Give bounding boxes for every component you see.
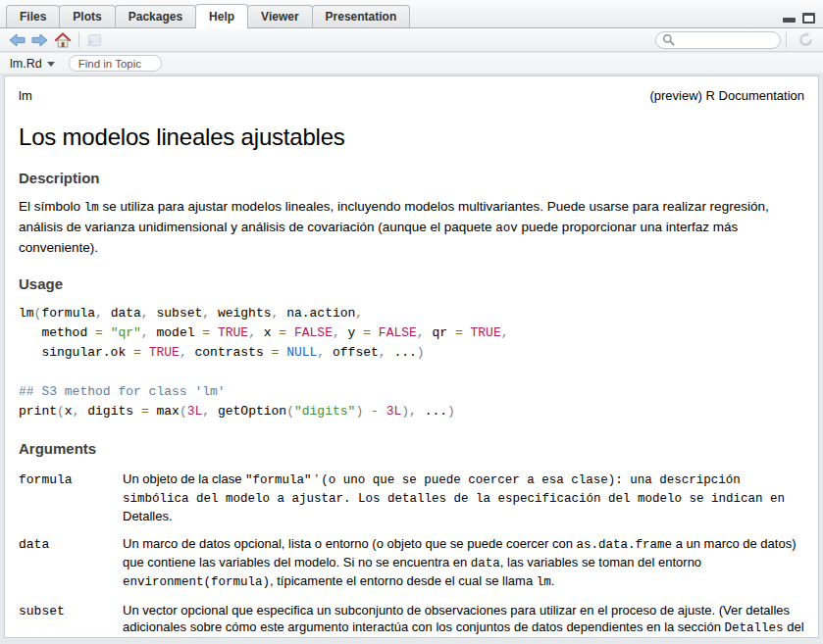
window-buttons [783,13,815,24]
help-search-box [655,31,781,49]
tab-help[interactable]: Help [195,4,248,28]
argument-row: dataUn marco de datos opcional, lista o … [19,535,804,591]
inline-code: Detalles [725,621,784,635]
argument-term: data [19,535,123,591]
argument-description: Un vector opcional que especifica un sub… [123,602,804,638]
tab-viewer[interactable]: Viewer [247,5,312,27]
topic-file-dropdown[interactable]: lm.Rd [10,57,55,71]
refresh-icon[interactable] [797,31,814,48]
arguments-heading: Arguments [19,440,804,458]
text-run: ’ [312,471,322,486]
inline-code: aov [495,222,518,235]
help-toolbar [0,28,823,52]
text-run: Un vector opcional que especifica un sub… [123,603,790,634]
text-run: , típicamente el entorno desde el cual s… [270,573,537,588]
toolbar-separator-2 [786,32,787,48]
find-in-topic-input[interactable] [78,58,152,70]
argument-description: Un objeto de la clase "formula" ’ (o uno… [123,471,804,524]
minimize-icon[interactable] [783,18,796,23]
tab-presentation[interactable]: Presentation [312,5,411,27]
description-paragraph: El símbolo lm se utiliza para ajustar mo… [19,197,804,257]
popout-icon[interactable] [85,32,102,47]
code-line: ## S3 method for class 'lm' [19,382,804,402]
tab-files[interactable]: Files [6,5,60,27]
find-in-topic-box [69,55,162,72]
inline-code: as.data.frame [577,538,673,552]
doc-header-topic: lm [19,88,32,104]
description-heading: Description [19,170,804,187]
text-run: Un marco de datos opcional, lista o ento… [123,536,577,551]
chevron-down-icon [47,62,55,67]
code-line: print(x, digits = max(3L, getOption("dig… [19,402,804,421]
tab-strip: FilesPlotsPackagesHelpViewerPresentation [6,4,409,27]
usage-heading: Usage [19,275,804,293]
inline-code: environment(formula) [123,575,270,589]
doc-header-source: (preview) R Documentation [649,88,804,104]
argument-term: formula [19,471,123,524]
usage-code: lm(formula, data, subset, weights, na.ac… [19,304,804,421]
inline-code: lm [84,201,99,215]
code-line: method = "qr", model = TRUE, x = FALSE, … [19,323,804,343]
code-line: lm(formula, data, subset, weights, na.ac… [19,304,804,323]
back-icon[interactable] [9,33,26,47]
code-line [19,363,804,382]
argument-description: Un marco de datos opcional, lista o ento… [123,535,804,591]
text-run: , las variables se toman del entorno [500,555,701,570]
argument-term: subset [19,602,123,638]
argument-row: formulaUn objeto de la clase "formula" ’… [19,471,804,524]
forward-icon[interactable] [31,33,48,47]
text-run: El símbolo [19,199,84,214]
tab-packages[interactable]: Packages [115,5,196,27]
inline-code: "formula" [245,473,312,487]
maximize-icon[interactable] [802,13,815,24]
page-title: Los modelos lineales ajustables [19,124,804,151]
text-run: Un objeto de la clase [123,471,245,486]
tab-bar: FilesPlotsPackagesHelpViewerPresentation [0,0,823,28]
topic-bar: lm.Rd [0,53,823,74]
doc-header: lm (preview) R Documentation [19,88,804,104]
argument-row: subsetUn vector opcional que especifica … [19,602,804,638]
search-input[interactable] [679,34,774,46]
tab-plots[interactable]: Plots [59,5,115,27]
inline-code: data [471,557,500,570]
code-line: singular.ok = TRUE, contrasts = NULL, of… [19,343,804,363]
text-run: Detalles. [123,509,173,523]
search-icon [662,33,675,46]
arguments-table: formulaUn objeto de la clase "formula" ’… [19,471,804,638]
help-content: lm (preview) R Documentation Los modelos… [4,75,819,638]
topic-file-label: lm.Rd [10,57,42,71]
home-icon[interactable] [54,32,72,48]
toolbar-separator [78,32,79,48]
inline-code: lm [537,575,551,589]
text-run: . [551,573,555,588]
